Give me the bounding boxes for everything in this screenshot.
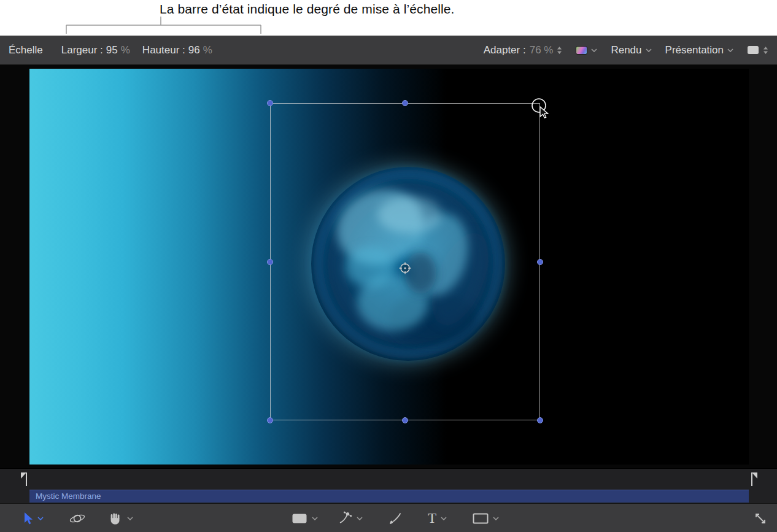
color-channel-dropdown[interactable]	[576, 46, 597, 55]
paint-stroke-tool-button[interactable]	[388, 504, 403, 532]
selection-handle-bottom-left[interactable]	[267, 417, 273, 423]
timeline-clip-bar[interactable]: Mystic Membrane	[29, 490, 749, 503]
hand-icon	[108, 511, 123, 526]
diagonal-resize-icon	[754, 512, 767, 525]
selection-handle-middle-right[interactable]	[537, 259, 543, 265]
transform-3d-tool-button[interactable]	[69, 504, 85, 532]
pan-tool-button[interactable]	[108, 504, 133, 532]
motion-canvas-window: La barre d’état indique le degré de mise…	[0, 0, 777, 532]
play-range-end-marker[interactable]	[749, 471, 760, 487]
canvas-viewport[interactable]	[0, 65, 777, 468]
pointer-cursor	[525, 96, 555, 121]
selection-handle-bottom-middle[interactable]	[402, 417, 408, 423]
chevron-down-icon	[646, 48, 652, 52]
brush-icon	[388, 511, 403, 526]
play-range-start-marker[interactable]	[18, 471, 29, 487]
view-layout-icon	[747, 45, 759, 55]
stepper-icon	[557, 46, 562, 55]
chevron-down-icon	[127, 517, 133, 520]
select-arrow-icon	[21, 512, 33, 525]
chevron-down-icon	[441, 517, 447, 520]
clip-name-label: Mystic Membrane	[36, 492, 101, 501]
select-tool-button[interactable]	[21, 504, 44, 532]
text-tool-button[interactable]: T	[428, 504, 447, 532]
chevron-down-icon	[591, 48, 597, 52]
chevron-down-icon	[727, 48, 733, 52]
selection-handle-top-left[interactable]	[267, 100, 273, 106]
stepper-icon	[763, 46, 768, 55]
mask-rectangle-icon	[473, 513, 489, 524]
layout-dropdown[interactable]	[747, 45, 768, 55]
rectangle-icon	[292, 513, 307, 524]
orbit-3d-icon	[69, 511, 85, 526]
zoom-adapter-dropdown[interactable]: Adapter : 76 %	[484, 44, 563, 56]
rectangle-tool-button[interactable]	[292, 504, 318, 532]
chevron-down-icon	[312, 517, 318, 520]
mask-tool-button[interactable]	[473, 504, 499, 532]
toolbar: T	[0, 503, 777, 532]
width-status: Largeur : 95 %	[61, 44, 130, 56]
height-status: Hauteur : 96 %	[142, 44, 212, 56]
resize-pane-handle[interactable]	[754, 504, 767, 532]
text-tool-icon: T	[428, 511, 436, 525]
bezier-tool-button[interactable]	[338, 504, 363, 532]
status-bar: Échelle Largeur : 95 % Hauteur : 96 % Ad…	[0, 36, 777, 65]
annotation-text: La barre d’état indique le degré de mise…	[160, 2, 454, 17]
bezier-pen-icon	[338, 511, 352, 526]
presentation-dropdown[interactable]: Présentation	[665, 44, 733, 56]
selection-handle-bottom-right[interactable]	[537, 417, 543, 423]
render-dropdown[interactable]: Rendu	[611, 44, 651, 56]
mini-timeline: Mystic Membrane	[0, 468, 777, 503]
color-swatch-icon	[576, 46, 587, 55]
anchor-point-indicator[interactable]	[398, 261, 412, 275]
selection-handle-top-middle[interactable]	[402, 100, 408, 106]
selection-handle-middle-left[interactable]	[267, 259, 273, 265]
chevron-down-icon	[493, 517, 499, 520]
chevron-down-icon	[357, 517, 363, 520]
scale-mode-label: Échelle	[9, 44, 43, 56]
chevron-down-icon	[37, 517, 44, 520]
